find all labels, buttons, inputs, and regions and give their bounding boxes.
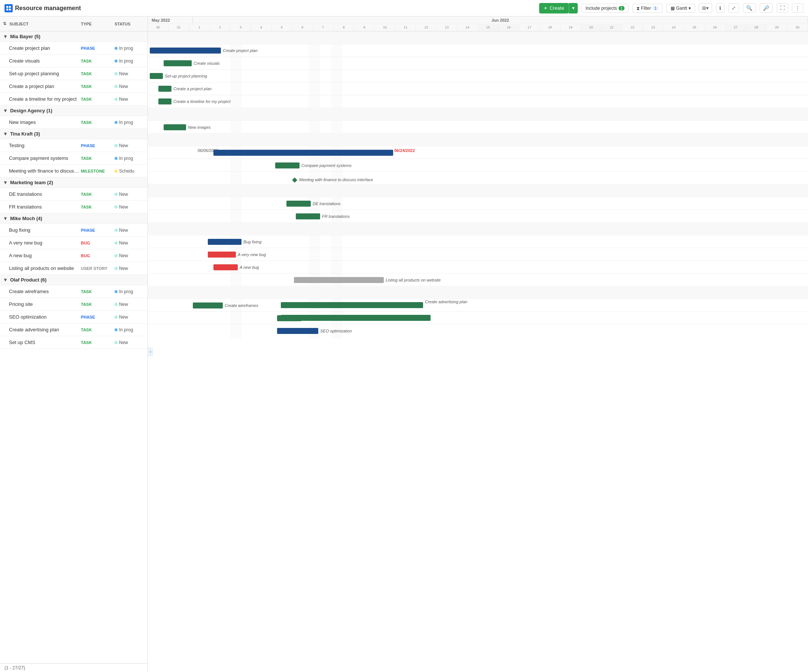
- task-name: Listing all products on website: [9, 265, 81, 271]
- status-dot: [115, 229, 118, 232]
- status-dot: [115, 193, 118, 196]
- gantt-bar-setup-project[interactable]: [150, 73, 163, 79]
- task-row[interactable]: Listing all products on website USER STO…: [0, 262, 147, 275]
- filter-count: 1: [653, 6, 659, 10]
- sort-button[interactable]: ⇅: [3, 21, 7, 26]
- svg-text:06/24/2022: 06/24/2022: [394, 148, 415, 153]
- gantt-bar-bug-fixing[interactable]: [208, 239, 242, 245]
- task-row[interactable]: Create project plan PHASE In prog: [0, 42, 147, 55]
- gantt-bar-create-advertising-plan[interactable]: [281, 299, 423, 308]
- info-button[interactable]: ℹ: [716, 3, 725, 13]
- task-row[interactable]: A new bug BUG New: [0, 249, 147, 262]
- task-type: TASK: [81, 156, 115, 161]
- pagination-info: (1 - 27/27): [5, 665, 25, 670]
- create-button[interactable]: + Create: [539, 3, 568, 13]
- task-status: New: [115, 97, 145, 102]
- task-row[interactable]: Meeting with finance to discuss interfac…: [0, 165, 147, 177]
- task-row[interactable]: Create a timeline for my project TASK Ne…: [0, 93, 147, 105]
- task-row[interactable]: FR translations TASK New: [0, 201, 147, 213]
- task-name: A new bug: [9, 253, 81, 258]
- group-header-design-agency[interactable]: ▼ Design Agency (1): [0, 105, 147, 116]
- zoom-out-button[interactable]: 🔎: [760, 3, 773, 13]
- status-dot: [115, 205, 118, 208]
- task-row[interactable]: Testing PHASE New: [0, 139, 147, 152]
- group-header-mia-bayer[interactable]: ▼ Mia Bayer (5): [0, 32, 147, 42]
- grid-button[interactable]: ⊞ ▾: [699, 3, 712, 13]
- gantt-bar-listing-products[interactable]: [294, 277, 384, 283]
- group-header-tina-kraft[interactable]: ▼ Tina Kraft (3): [0, 129, 147, 139]
- task-row[interactable]: SEO optimization PHASE New: [0, 311, 147, 323]
- zoom-in-button[interactable]: 🔍: [743, 3, 756, 13]
- status-dot: [115, 328, 118, 331]
- filter-icon: ⧗: [636, 6, 639, 11]
- task-row[interactable]: Create visuals TASK In prog: [0, 55, 147, 67]
- svg-rect-3: [9, 8, 11, 10]
- task-row[interactable]: Bug fixing PHASE New: [0, 224, 147, 237]
- task-name: Bug fixing: [9, 227, 81, 233]
- create-caret-button[interactable]: ▾: [569, 3, 578, 13]
- task-name: DE translations: [9, 191, 81, 197]
- collapse-icon: ▼: [3, 216, 8, 221]
- gantt-bar-new-images[interactable]: [164, 124, 186, 130]
- filter-label: Filter: [641, 6, 651, 11]
- task-type: MILESTONE: [81, 169, 115, 173]
- group-header-olaf-product[interactable]: ▼ Olaf Product (6): [0, 275, 147, 285]
- filter-button[interactable]: ⧗ Filter 1: [633, 4, 663, 13]
- gantt-bar-create-timeline[interactable]: [159, 98, 172, 105]
- status-dot: [115, 341, 118, 344]
- group-header-marketing-team[interactable]: ▼ Marketing team (2): [0, 177, 147, 188]
- gantt-bar-de-translations[interactable]: [286, 201, 311, 207]
- task-name: A very new bug: [9, 240, 81, 245]
- svg-text:Create project plan: Create project plan: [223, 48, 258, 53]
- gantt-bar-create-project-plan[interactable]: [150, 48, 221, 53]
- svg-text:Compare payment systems: Compare payment systems: [301, 163, 352, 168]
- task-row[interactable]: Create advertising plan TASK In prog: [0, 323, 147, 336]
- task-row[interactable]: A very new bug BUG New: [0, 237, 147, 249]
- gantt-bar-fr-translations[interactable]: [296, 213, 320, 219]
- status-dot: [115, 170, 118, 173]
- task-name: Testing: [9, 143, 81, 148]
- gantt-bar-compare-payment[interactable]: [275, 162, 299, 168]
- collapse-icon: ▼: [3, 180, 8, 185]
- collapse-icon: ▼: [3, 277, 8, 283]
- task-type: PHASE: [81, 228, 115, 232]
- task-row[interactable]: DE translations TASK New: [0, 188, 147, 201]
- footer: (1 - 27/27): [0, 664, 147, 672]
- svg-text:FR translations: FR translations: [322, 214, 350, 218]
- gantt-bar-create-a-project-plan[interactable]: [159, 86, 172, 92]
- status-dot: [115, 144, 118, 147]
- task-row[interactable]: Create wireframes TASK In prog: [0, 285, 147, 298]
- gantt-bar-a-new-bug[interactable]: [214, 264, 238, 270]
- status-dot: [115, 303, 118, 306]
- more-button[interactable]: ⋮: [792, 3, 803, 13]
- task-status: New: [115, 302, 145, 307]
- svg-rect-50: [148, 32, 808, 44]
- status-dot: [115, 157, 118, 160]
- gantt-view-button[interactable]: ▦ Gantt ▾: [666, 4, 695, 13]
- status-dot: [115, 85, 118, 88]
- group-header-mike-moch[interactable]: ▼ Mike Moch (4): [0, 213, 147, 224]
- gantt-bar-set-up-cms[interactable]: [281, 312, 431, 321]
- svg-rect-53: [148, 184, 808, 197]
- task-row[interactable]: Set up CMS TASK New: [0, 336, 147, 349]
- include-projects-button[interactable]: Include projects 1: [581, 4, 629, 13]
- gantt-bar-seo-optimization[interactable]: [277, 328, 318, 334]
- gantt-left-arrow[interactable]: ›: [148, 347, 153, 357]
- gantt-bar-create-wireframes[interactable]: [193, 302, 223, 308]
- task-row[interactable]: Compare payment systems TASK In prog: [0, 152, 147, 165]
- task-name: Create wireframes: [9, 288, 81, 294]
- task-row[interactable]: Pricing site TASK New: [0, 298, 147, 311]
- gantt-bar-create-visuals[interactable]: [164, 60, 192, 66]
- svg-rect-54: [148, 222, 808, 235]
- task-status: New: [115, 315, 145, 320]
- fullscreen-button[interactable]: ⛶: [776, 3, 788, 13]
- expand-button[interactable]: ⤢: [728, 3, 739, 13]
- column-headers: ⇅ SUBJECT TYPE STATUS: [0, 17, 147, 32]
- task-row[interactable]: New images TASK In prog: [0, 116, 147, 129]
- gantt-bar-testing[interactable]: [214, 150, 393, 156]
- task-row[interactable]: Create a project plan TASK New: [0, 80, 147, 93]
- task-type: TASK: [81, 289, 115, 294]
- gantt-bar-a-very-new-bug[interactable]: [208, 252, 236, 258]
- svg-rect-55: [148, 286, 808, 299]
- task-row[interactable]: Set-up project planning TASK New: [0, 67, 147, 80]
